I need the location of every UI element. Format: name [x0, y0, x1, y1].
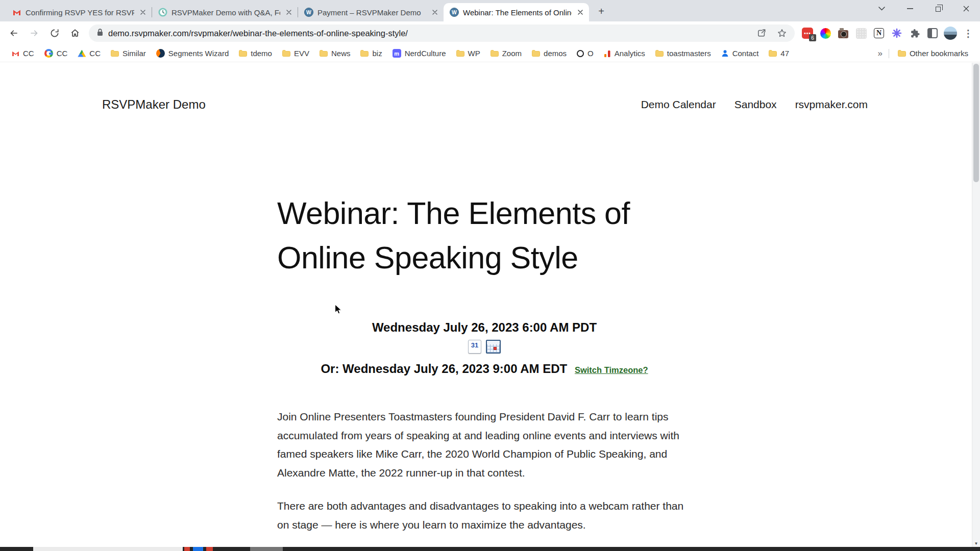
bookmark-label: tdemo [251, 49, 272, 58]
folder-icon [360, 50, 369, 57]
tab-close-icon[interactable] [138, 8, 148, 17]
url-text[interactable]: demo.rsvpmaker.com/rsvpmaker/webinar-the… [108, 29, 749, 38]
bookmark-label: Analytics [615, 49, 645, 58]
event-description-paragraph: Join Online Presenters Toastmasters foun… [277, 408, 692, 482]
minimize-button[interactable] [896, 0, 924, 17]
nav-rsvpmaker-com[interactable]: rsvpmaker.com [795, 98, 868, 111]
close-button[interactable] [952, 0, 980, 17]
segments-icon [156, 49, 165, 58]
scrollbar-thumb[interactable] [973, 64, 979, 182]
bookmark-label: CC [23, 49, 34, 58]
scrollbar-down-button[interactable]: ▼ [972, 540, 980, 547]
tab-gmail-confirming[interactable]: Confirming RSVP YES for RSVPM [6, 3, 152, 21]
share-icon[interactable] [754, 26, 769, 41]
starburst-icon [892, 28, 902, 38]
bookmark-folder-47[interactable]: 47 [764, 47, 794, 60]
bottom-strip-blue-mark [193, 547, 203, 551]
bookmark-nerdculture[interactable]: m NerdCulture [388, 47, 451, 60]
bookmark-segments-wizard[interactable]: Segments Wizard [152, 47, 233, 60]
bottom-strip-light-segment [33, 547, 183, 551]
bottom-edge-strip [0, 547, 980, 551]
extension-camera[interactable] [837, 27, 850, 40]
ical-calendar-icon[interactable] [486, 340, 501, 354]
bookmark-label: Contact [732, 49, 759, 58]
folder-icon [898, 50, 906, 57]
extension-red-badge[interactable]: ••• 6 [801, 27, 814, 40]
folder-icon [532, 50, 540, 57]
google-calendar-icon[interactable]: 31 [468, 340, 481, 354]
bookmark-drive-cc[interactable]: CC [73, 47, 105, 60]
extension-color-wheel[interactable] [819, 27, 832, 40]
profile-avatar[interactable] [944, 27, 957, 40]
tab-close-icon[interactable] [284, 8, 293, 17]
tab-payment[interactable]: W Payment – RSVPMaker Demo [298, 3, 444, 21]
restore-button[interactable] [924, 0, 952, 17]
bookmark-folder-demos[interactable]: demos [527, 47, 571, 60]
folder-icon [655, 50, 664, 57]
tab-strip: Confirming RSVP YES for RSVPM RSVPMaker … [0, 0, 980, 21]
switch-timezone-link[interactable]: Switch Timzeone? [575, 365, 648, 374]
bookmark-folder-zoom[interactable]: Zoom [486, 47, 526, 60]
tab-rsvpmaker-qa[interactable]: RSVPMaker Demo with Q&A, Fea [152, 3, 298, 21]
bookmarks-divider [889, 49, 889, 58]
tab-close-icon[interactable] [576, 8, 585, 17]
other-bookmarks-button[interactable]: Other bookmarks [893, 47, 973, 60]
nav-demo-calendar[interactable]: Demo Calendar [641, 98, 716, 111]
browser-menu-button[interactable]: ⋮ [962, 27, 975, 40]
bookmark-label: CC [89, 49, 101, 58]
bookmark-label: demos [544, 49, 567, 58]
nav-sandbox[interactable]: Sandbox [734, 98, 777, 111]
side-panel-button[interactable] [926, 27, 939, 40]
address-bar[interactable]: demo.rsvpmaker.com/rsvpmaker/webinar-the… [89, 24, 795, 42]
google-drive-icon [78, 50, 86, 57]
bookmark-label: 47 [780, 49, 789, 58]
browser-window: Confirming RSVP YES for RSVPM RSVPMaker … [0, 0, 980, 551]
svg-text:W: W [306, 10, 311, 15]
extensions-puzzle-button[interactable] [908, 27, 921, 40]
window-controls [868, 0, 980, 17]
forward-button[interactable] [24, 23, 44, 43]
tab-close-icon[interactable] [430, 8, 439, 17]
mouse-cursor [334, 304, 343, 317]
puzzle-icon [910, 28, 920, 39]
svg-text:W: W [452, 10, 457, 15]
folder-icon [239, 50, 247, 57]
reload-button[interactable] [45, 23, 64, 43]
bookmark-o[interactable]: O [572, 47, 598, 60]
bookmark-label: WP [468, 49, 480, 58]
tab-webinar-active[interactable]: W Webinar: The Elements of Online [444, 3, 589, 21]
camera-icon [838, 30, 848, 38]
bookmark-folder-toastmasters[interactable]: toastmasters [651, 47, 716, 60]
bookmark-folder-news[interactable]: News [315, 47, 355, 60]
folder-icon [111, 50, 119, 57]
bookmark-folder-evv[interactable]: EVV [278, 47, 314, 60]
bookmark-folder-wp[interactable]: WP [452, 47, 485, 60]
folder-icon [282, 50, 290, 57]
bookmark-folder-biz[interactable]: biz [356, 47, 386, 60]
bookmark-google-cc[interactable]: CC [40, 47, 72, 60]
new-tab-button[interactable]: + [594, 4, 608, 18]
bookmark-analytics[interactable]: Analytics [599, 47, 650, 60]
home-button[interactable] [65, 23, 85, 43]
bookmark-folder-tdemo[interactable]: tdemo [234, 47, 277, 60]
extension-starburst[interactable] [890, 27, 903, 40]
folder-icon [769, 50, 777, 57]
bookmark-gmail-cc[interactable]: CC [7, 47, 39, 60]
back-button[interactable] [4, 23, 23, 43]
bookmark-folder-similar[interactable]: Similar [106, 47, 151, 60]
bookmark-label: Zoom [502, 49, 522, 58]
bookmark-star-icon[interactable] [774, 26, 790, 41]
scrollbar-track[interactable]: ▼ [972, 63, 980, 547]
extension-notion[interactable]: N [872, 27, 886, 40]
tab-search-chevron-icon[interactable] [868, 0, 896, 17]
bookmark-label: NerdCulture [405, 49, 446, 58]
bookmark-contact[interactable]: Contact [717, 47, 764, 60]
bookmarks-overflow-button[interactable]: » [875, 48, 884, 59]
site-nav: Demo Calendar Sandbox rsvpmaker.com [641, 98, 868, 111]
bookmark-label: O [587, 49, 594, 58]
page-title: Webinar: The Elements of Online Speaking… [277, 191, 692, 280]
extension-disabled[interactable] [854, 27, 868, 40]
gmail-icon [12, 8, 21, 17]
event-datetime-primary: Wednesday July 26, 2023 6:00 AM PDT [277, 320, 692, 335]
site-brand[interactable]: RSVPMaker Demo [102, 97, 206, 112]
